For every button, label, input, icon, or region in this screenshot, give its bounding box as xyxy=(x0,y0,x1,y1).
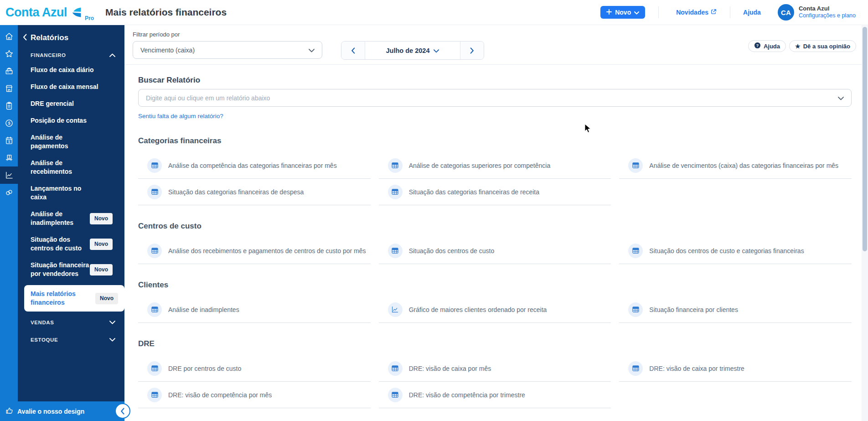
report-link[interactable]: DRE: visão de competência por mês xyxy=(138,382,371,408)
sidebar-item-situacao-dos-centros-de-custo[interactable]: Situação dos centros de custoNovo xyxy=(18,231,124,257)
rail-item-clipboard[interactable] xyxy=(0,97,18,114)
design-feedback-bar[interactable]: Avalie o nosso design xyxy=(0,401,124,421)
report-label: DRE: visão de competência por trimestre xyxy=(409,391,525,399)
report-label: Análise de inadimplentes xyxy=(168,306,239,313)
sidebar-item-dre-gerencial[interactable]: DRE gerencial xyxy=(18,95,124,112)
rail-item-dollar-circle[interactable]: $ xyxy=(0,114,18,132)
report-search-input[interactable] xyxy=(146,94,838,102)
report-link[interactable]: Situação financeira por clientes xyxy=(619,296,852,323)
vertical-scrollbar[interactable] xyxy=(862,25,868,421)
period-navigator: Julho de 2024 xyxy=(341,41,484,60)
account-settings-link[interactable]: Configurações e plano xyxy=(799,12,856,20)
report-label: Gráfico de maiores clientes ordenado por… xyxy=(409,306,547,313)
report-link[interactable]: Situação dos centros de custo xyxy=(379,238,611,264)
report-link[interactable]: Situação das categorias financeiras de d… xyxy=(138,179,371,205)
novidades-link[interactable]: Novidades xyxy=(676,9,717,16)
report-label: DRE por centros de custo xyxy=(168,365,241,372)
report-search-select[interactable] xyxy=(138,89,852,107)
header-ajuda-link[interactable]: Ajuda xyxy=(743,9,761,16)
reports-panel: Buscar Relatório Sentiu falta de algum r… xyxy=(124,65,868,417)
report-label: Situação das categorias financeiras de d… xyxy=(168,188,304,196)
report-label: Situação dos centros de custo e categori… xyxy=(649,247,804,255)
report-link[interactable]: Situação das categorias financeiras de r… xyxy=(379,179,611,205)
rail-item-star[interactable] xyxy=(0,45,18,62)
report-label: DRE: visão de competência por mês xyxy=(168,391,272,399)
report-link[interactable]: Análise de inadimplentes xyxy=(138,296,371,323)
rail-item-cash-register[interactable] xyxy=(0,62,18,80)
rail-item-store[interactable] xyxy=(0,80,18,97)
sidebar-item-label: Mais relatórios financeiros xyxy=(31,290,95,307)
report-link[interactable]: Análise da competência das categorias fi… xyxy=(138,152,371,179)
rail-item-link[interactable] xyxy=(0,184,18,201)
chevron-down-icon xyxy=(434,47,439,54)
report-link[interactable]: DRE: visão de caixa por trimestre xyxy=(619,355,852,382)
report-section: Categorias financeirasAnálise da competê… xyxy=(138,136,852,205)
report-link[interactable]: DRE: visão de competência por trimestre xyxy=(379,382,611,408)
star-icon xyxy=(5,49,14,58)
header-divider xyxy=(658,6,659,18)
missing-report-link[interactable]: Sentiu falta de algum relatório? xyxy=(138,113,223,120)
period-select[interactable]: Julho de 2024 xyxy=(365,42,460,59)
menu-section-vendas[interactable]: VENDAS xyxy=(18,316,124,329)
sidebar-item-analise-de-recebimentos[interactable]: Análise de recebimentos xyxy=(18,155,124,180)
rail-item-chart[interactable] xyxy=(0,166,18,184)
report-link[interactable]: Situação dos centros de custo e categori… xyxy=(619,238,852,264)
account-menu[interactable]: Conta Azul Configurações e plano xyxy=(799,5,856,20)
icon-rail: $$ xyxy=(0,25,18,421)
previous-period-button[interactable] xyxy=(341,42,365,59)
menu-section-estoque[interactable]: ESTOQUE xyxy=(18,333,124,346)
report-link[interactable]: DRE: visão de caixa por mês xyxy=(379,355,611,382)
rail-item-calendar-dollar[interactable]: $ xyxy=(0,132,18,149)
rail-item-stock-cart[interactable] xyxy=(0,149,18,166)
ajuda-button[interactable]: ? Ajuda xyxy=(748,40,786,52)
filter-bar: Filtrar período por Vencimento (caixa) xyxy=(124,25,868,65)
main-content: Filtrar período por Vencimento (caixa) xyxy=(124,25,868,421)
menu-sections: FINANCEIROFluxo de caixa diárioFluxo de … xyxy=(18,44,124,346)
sidebar-item-analise-de-inadimplentes[interactable]: Análise de inadimplentesNovo xyxy=(18,206,124,231)
star-icon: ★ xyxy=(795,43,801,50)
sidebar-item-situacao-financeira-por-vendedores[interactable]: Situação financeira por vendedoresNovo xyxy=(18,257,124,282)
sidebar-item-fluxo-de-caixa-mensal[interactable]: Fluxo de caixa mensal xyxy=(18,78,124,95)
calendar-dollar-icon: $ xyxy=(5,136,14,145)
filter-controls: Vencimento (caixa) Julho de 2024 xyxy=(133,41,856,60)
scrollbar-thumb[interactable] xyxy=(863,27,867,251)
report-link[interactable]: Análise de categorias superiores por com… xyxy=(379,152,611,179)
novo-badge: Novo xyxy=(90,213,113,224)
report-link[interactable]: Análise de vencimentos (caixa) das categ… xyxy=(619,152,852,179)
conta-azul-logo[interactable]: Conta Azul xyxy=(5,5,67,20)
chevron-down-icon xyxy=(109,320,115,325)
rail-item-home[interactable] xyxy=(0,28,18,45)
report-label: DRE: visão de caixa por mês xyxy=(409,365,491,372)
menu-section-financeiro[interactable]: FINANCEIRO xyxy=(18,49,124,62)
report-label: Situação dos centros de custo xyxy=(409,247,495,255)
chevron-down-icon xyxy=(634,9,639,16)
sidebar-item-posicao-de-contas[interactable]: Posição de contas xyxy=(18,112,124,129)
clipboard-icon xyxy=(5,101,14,110)
menu-section-label: ESTOQUE xyxy=(31,337,58,343)
report-link[interactable]: Análise dos recebimentos e pagamentos de… xyxy=(138,238,371,264)
sidebar-item-label: DRE gerencial xyxy=(31,99,74,108)
sidebar-item-label: Posição de contas xyxy=(31,116,87,125)
app-shell: $$ Relatórios FINANCEIROFluxo de caixa d… xyxy=(0,25,868,421)
thumbs-up-icon xyxy=(5,406,14,416)
sidebar-item-mais-relatorios-financeiros[interactable]: Mais relatórios financeirosNovo xyxy=(24,285,124,312)
sidebar-item-lancamentos-no-caixa[interactable]: Lançamentos no caixa xyxy=(18,180,124,206)
report-section-title: Clientes xyxy=(138,281,852,290)
table-icon xyxy=(628,302,643,317)
sidebar-item-fluxo-de-caixa-diario[interactable]: Fluxo de caixa diário xyxy=(18,62,124,78)
report-section: ClientesAnálise de inadimplentesGráfico … xyxy=(138,281,852,323)
chevron-down-icon xyxy=(838,94,844,102)
sidebar-item-analise-de-pagamentos[interactable]: Análise de pagamentos xyxy=(18,129,124,155)
novo-button[interactable]: Novo xyxy=(600,6,645,19)
sidebar-item-label: Fluxo de caixa mensal xyxy=(31,83,98,91)
next-period-button[interactable] xyxy=(460,42,484,59)
collapse-sidebar-button[interactable] xyxy=(115,403,130,419)
line-chart-icon xyxy=(388,302,403,317)
report-section-title: DRE xyxy=(138,339,852,348)
feedback-button[interactable]: ★ Dê a sua opinião xyxy=(789,40,856,52)
menu-back-button[interactable]: Relatórios xyxy=(18,31,124,44)
period-type-select[interactable]: Vencimento (caixa) xyxy=(133,41,322,59)
avatar[interactable]: CA xyxy=(778,4,794,21)
report-link[interactable]: DRE por centros de custo xyxy=(138,355,371,382)
report-link[interactable]: Gráfico de maiores clientes ordenado por… xyxy=(379,296,611,323)
